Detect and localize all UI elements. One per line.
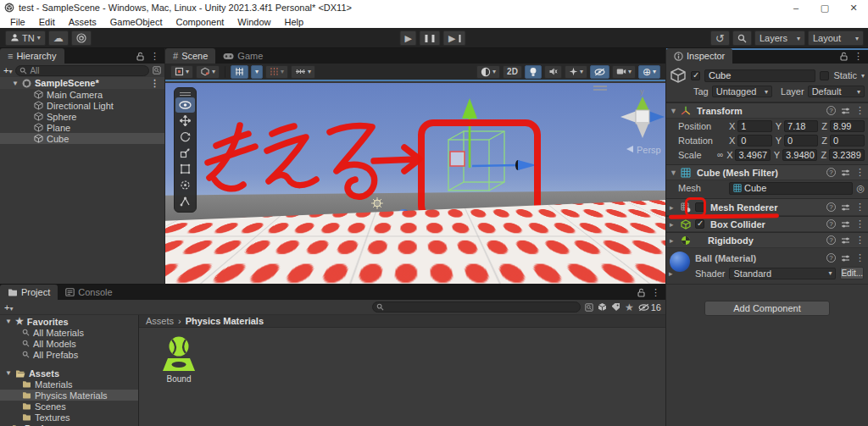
search-window-icon[interactable] [153,66,161,75]
packages-root[interactable]: ▸ Packages [0,423,138,426]
play-button[interactable]: ▶ [399,30,416,46]
minimize-button[interactable]: – [782,0,810,15]
package-visibility-icon[interactable] [598,302,607,312]
add-component-button[interactable]: Add Component [704,301,830,316]
lock-icon[interactable] [136,52,144,61]
tab-inspector[interactable]: Inspector [666,48,732,64]
asset-bound[interactable]: Bound [154,335,203,384]
tab-console[interactable]: Console [58,285,120,300]
lock-icon[interactable] [637,288,645,297]
layer-dropdown[interactable]: Default▾ [808,86,865,97]
folder-materials[interactable]: Materials [0,379,138,390]
add-asset-button[interactable]: +▾ [4,302,13,313]
menu-help[interactable]: Help [277,17,310,27]
foldout-open-icon[interactable]: ▼ [670,107,676,115]
menu-window[interactable]: Window [231,17,277,27]
favorite-all-prefabs[interactable]: All Prefabs [0,349,138,360]
favorites-header[interactable]: ▼ ★ Favorites [0,316,138,327]
active-checkbox[interactable] [691,71,700,80]
material-header[interactable]: Ball (Material) ? ⋮ [666,248,868,265]
grid-snapping-toggle[interactable] [231,65,248,79]
tab-hierarchy[interactable]: ≡ Hierarchy [0,48,64,64]
custom-tool-button[interactable] [175,194,195,209]
static-dropdown-icon[interactable]: ▾ [861,72,865,80]
favorite-all-models[interactable]: All Models [0,338,138,349]
cloud-services-button[interactable]: ☁ [48,30,69,46]
tag-dropdown[interactable]: Untagged▾ [712,86,772,97]
rotation-x-field[interactable]: 0 [737,135,771,147]
breadcrumb-assets[interactable]: Assets [146,316,174,326]
mesh-filter-component-header[interactable]: ▼ Cube (Mesh Filter) ? ⋮ [666,164,868,180]
presets-icon[interactable] [841,220,850,229]
asset-grid[interactable]: Bound [139,328,665,426]
menu-file[interactable]: File [3,17,32,27]
breadcrumb-current[interactable]: Physics Materials [186,316,264,326]
hierarchy-item-directional-light[interactable]: Directional Light [0,100,164,111]
favorites-star-icon[interactable]: ★ [625,302,634,313]
foldout-open-icon[interactable]: ▼ [12,80,19,87]
foldout-open-icon[interactable]: ▼ [5,369,12,377]
box-collider-enabled-checkbox[interactable] [695,219,704,229]
hierarchy-item-sphere[interactable]: Sphere [0,111,164,122]
position-x-field[interactable]: 1 [737,120,771,132]
help-icon[interactable]: ? [826,219,836,229]
hierarchy-item-cube[interactable]: Cube [0,133,164,144]
tool-handle-position-button[interactable]: ▾ [170,65,193,79]
gameobject-name-field[interactable] [704,69,815,82]
undo-history-button[interactable]: ↺ [710,30,730,46]
orientation-gizmo[interactable]: y z Persp [593,86,665,155]
tool-handle-rotation-button[interactable]: ▾ [196,65,220,79]
foldout-closed-icon[interactable]: ▸ [669,269,676,278]
scale-z-field[interactable]: 3.2389 [829,149,865,161]
presets-icon[interactable] [841,107,850,115]
scale-y-field[interactable]: 3.9480 [782,149,817,161]
grid-size-button[interactable]: ▾ [291,65,315,79]
lock-icon[interactable] [840,52,848,61]
presets-icon[interactable] [841,169,850,177]
component-menu-icon[interactable]: ⋮ [855,252,865,263]
2d-toggle[interactable]: 2D [503,65,522,79]
component-menu-icon[interactable]: ⋮ [855,105,865,116]
scene-lighting-toggle[interactable] [525,65,542,79]
project-search[interactable] [372,302,581,313]
folder-physics-materials[interactable]: Physics Materials [0,390,138,401]
tab-project[interactable]: Project [0,285,58,300]
scene-viewport[interactable]: y z Persp [165,83,665,284]
view-tool-button[interactable] [175,97,195,113]
component-menu-icon[interactable]: ⋮ [855,235,865,246]
presets-icon[interactable] [841,236,850,245]
search-window-icon[interactable] [585,303,593,312]
foldout-open-icon[interactable]: ▼ [5,318,12,325]
rotation-y-field[interactable]: 0 [784,135,818,147]
folder-scenes[interactable]: Scenes [0,401,138,412]
folder-textures[interactable]: Textures [0,412,138,423]
search-everything-button[interactable] [732,30,752,46]
menu-edit[interactable]: Edit [32,17,62,27]
add-object-button[interactable]: +▾ [3,65,12,75]
presets-icon[interactable] [841,203,850,212]
panel-menu-icon[interactable]: ⋮ [651,287,660,298]
menu-gameobject[interactable]: GameObject [103,17,170,27]
effects-dropdown[interactable]: ▾ [565,65,587,79]
gizmos-dropdown[interactable]: ⊕ ▾ [638,65,660,79]
panel-menu-icon[interactable]: ⋮ [150,51,159,62]
help-icon[interactable]: ? [826,168,836,177]
shader-edit-button[interactable]: Edit... [840,267,864,279]
step-button[interactable]: ▶ [443,30,465,46]
tab-scene[interactable]: # Scene [165,48,215,64]
scale-tool-button[interactable] [175,146,195,161]
transform-tool-button[interactable] [175,178,195,193]
help-icon[interactable]: ? [826,235,836,245]
box-collider-component-header[interactable]: ▸ Box Collider ? ⋮ [666,216,868,232]
hierarchy-search-input[interactable] [30,66,145,75]
link-icon[interactable]: ∞ [717,150,723,159]
menu-component[interactable]: Component [169,17,231,27]
pause-button[interactable] [420,30,441,46]
help-icon[interactable]: ? [826,106,836,115]
layout-dropdown[interactable]: Layout▾ [808,30,864,46]
scene-menu-icon[interactable]: ⋮ [150,78,159,89]
tab-game[interactable]: Game [215,48,270,64]
transform-component-header[interactable]: ▼ Transform ? ⋮ [666,102,868,119]
scene-audio-toggle[interactable] [544,65,562,79]
hierarchy-item-plane[interactable]: Plane [0,122,164,133]
